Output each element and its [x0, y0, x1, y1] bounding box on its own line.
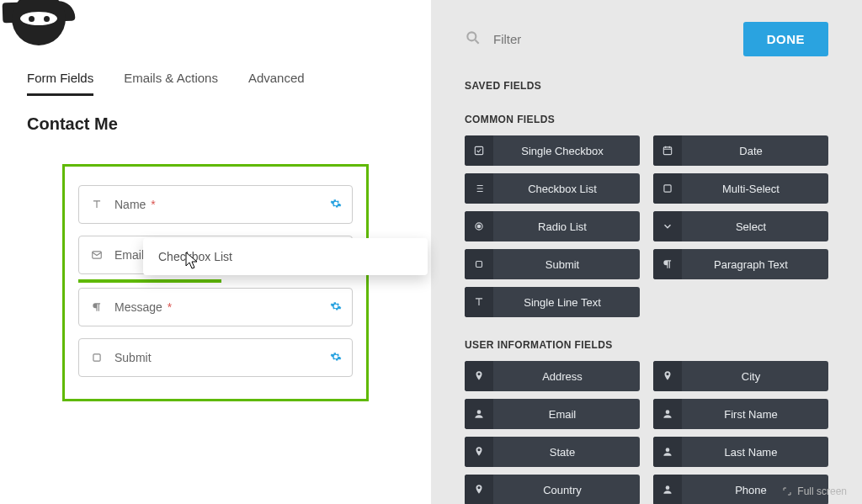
fullscreen-label: Full screen: [797, 485, 847, 497]
checkbox-icon: [465, 135, 493, 166]
svg-point-9: [477, 410, 482, 414]
field-pill-select[interactable]: Select: [653, 211, 828, 241]
drag-preview-label: Checkbox List: [158, 250, 232, 263]
pill-label: Paragraph Text: [682, 258, 828, 271]
section-common-fields: COMMON FIELDS: [465, 114, 828, 125]
square-icon: [465, 249, 493, 279]
field-pill-address[interactable]: Address: [465, 361, 640, 391]
pill-label: Single Line Text: [493, 296, 640, 309]
fullscreen-hint[interactable]: Full screen: [782, 485, 847, 497]
pill-label: Single Checkbox: [493, 145, 640, 157]
pill-label: Date: [682, 145, 828, 157]
field-pill-single-line-text[interactable]: Single Line Text: [465, 287, 640, 317]
pill-label: Select: [682, 220, 828, 233]
user-icon: [653, 437, 682, 467]
drop-indicator: [78, 279, 221, 283]
field-pill-single-checkbox[interactable]: Single Checkbox: [465, 135, 640, 166]
field-label: Submit: [114, 351, 152, 364]
svg-point-10: [666, 410, 670, 414]
field-pill-paragraph-text[interactable]: Paragraph Text: [653, 249, 828, 279]
radio-icon: [465, 211, 493, 241]
pill-label: Email: [493, 408, 640, 421]
paragraph-icon: [89, 301, 104, 313]
required-star: *: [147, 198, 155, 211]
filter-input[interactable]: [493, 32, 628, 46]
expand-icon: [782, 486, 792, 496]
pin-icon: [465, 475, 493, 504]
paragraph-icon: [653, 249, 682, 279]
pill-label: City: [682, 370, 828, 383]
form-title: Contact Me: [0, 96, 431, 134]
pill-label: Submit: [493, 258, 640, 271]
pill-label: Country: [493, 484, 640, 496]
gear-icon[interactable]: [330, 300, 342, 315]
tab-emails-actions[interactable]: Emails & Actions: [124, 71, 218, 96]
form-builder-area[interactable]: Name * Email * Mess: [62, 164, 369, 401]
svg-rect-1: [93, 354, 100, 361]
text-icon: [89, 199, 104, 210]
pill-label: Checkbox List: [493, 183, 640, 195]
svg-point-2: [467, 32, 476, 40]
svg-point-7: [477, 225, 481, 228]
pill-label: Multi-Select: [682, 183, 828, 195]
square-icon: [653, 173, 682, 204]
pin-icon: [653, 361, 682, 391]
user-icon: [653, 475, 682, 504]
svg-rect-5: [664, 185, 671, 192]
field-row-submit[interactable]: Submit: [78, 338, 353, 377]
svg-rect-3: [475, 146, 482, 154]
calendar-icon: [653, 135, 682, 166]
done-button[interactable]: DONE: [743, 22, 828, 56]
field-label: Message *: [114, 300, 172, 314]
field-pill-radio-list[interactable]: Radio List: [465, 211, 640, 241]
user-icon: [653, 399, 682, 429]
pill-label: Radio List: [493, 220, 640, 233]
tab-form-fields[interactable]: Form Fields: [27, 71, 93, 96]
filter-wrap: [465, 29, 726, 50]
chevron-down-icon: [653, 211, 682, 241]
envelope-icon: [89, 249, 104, 261]
svg-point-12: [666, 485, 670, 490]
pill-label: First Name: [682, 408, 828, 421]
field-pill-first-name[interactable]: First Name: [653, 399, 828, 429]
pill-label: Address: [493, 370, 640, 383]
text-icon: [465, 287, 493, 317]
tab-advanced[interactable]: Advanced: [248, 71, 305, 96]
gear-icon[interactable]: [330, 351, 342, 365]
pill-label: Last Name: [682, 446, 828, 459]
pin-icon: [465, 437, 493, 467]
gear-icon[interactable]: [330, 198, 342, 212]
field-pill-multi-select[interactable]: Multi-Select: [653, 173, 828, 204]
list-icon: [465, 173, 493, 204]
field-palette-panel: DONE SAVED FIELDS COMMON FIELDS Single C…: [431, 0, 862, 504]
square-icon: [89, 352, 104, 363]
search-icon: [465, 29, 482, 50]
field-row-name[interactable]: Name *: [78, 185, 353, 224]
field-pill-state[interactable]: State: [465, 437, 640, 467]
field-label: Name *: [114, 198, 156, 211]
field-pill-country[interactable]: Country: [465, 475, 640, 504]
pill-label: State: [493, 446, 640, 459]
drag-preview: Checkbox List: [143, 238, 428, 275]
ninja-logo: [12, 0, 77, 57]
field-pill-user-email[interactable]: Email: [465, 399, 640, 429]
svg-point-11: [666, 448, 670, 452]
field-pill-checkbox-list[interactable]: Checkbox List: [465, 173, 640, 204]
field-pill-last-name[interactable]: Last Name: [653, 437, 828, 467]
required-star: *: [164, 300, 172, 314]
field-pill-city[interactable]: City: [653, 361, 828, 391]
section-user-info-fields: USER INFORMATION FIELDS: [465, 339, 828, 351]
svg-rect-8: [476, 262, 482, 268]
field-row-message[interactable]: Message *: [78, 288, 353, 326]
field-pill-submit[interactable]: Submit: [465, 249, 640, 279]
pin-icon: [465, 361, 493, 391]
section-saved-fields: SAVED FIELDS: [465, 80, 828, 92]
svg-rect-4: [663, 147, 671, 155]
field-pill-date[interactable]: Date: [653, 135, 828, 166]
user-icon: [465, 399, 493, 429]
